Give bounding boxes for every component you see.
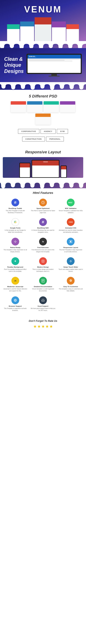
responsive-section: Responsive Layout VENUM <box>0 147 86 180</box>
feature-desc-modern: This is a clean design and modern techni… <box>31 268 55 272</box>
feature-name-modernizr: Modernizr Javascript <box>7 286 23 288</box>
star-2: ★ <box>37 324 41 329</box>
features-section: Html Features B BootStrap Toolkit This H… <box>0 188 86 317</box>
drip-svg-1 <box>0 41 86 48</box>
drip-divider-3 <box>0 180 86 188</box>
feature-desc-docs: Venum template is a well organized docum… <box>31 288 55 292</box>
monitor-stand <box>51 74 57 76</box>
feature-icon-parallax: ✦ <box>11 257 19 265</box>
drip-divider-1 <box>0 41 86 48</box>
feature-name-docs: Detailed Documentation <box>34 286 52 288</box>
feature-item-speed: Speed Optimized This Html is Speed Optim… <box>30 198 56 215</box>
psd-card-personal <box>35 114 51 125</box>
stars-row: ★ ★ ★ ★ ★ <box>3 324 83 329</box>
btn-corporative[interactable]: CORPORATIVE <box>18 129 39 134</box>
mockup-1 <box>7 24 20 41</box>
psd-card-corporative <box>11 101 26 112</box>
feature-icon-font-awesome: fa <box>39 238 47 246</box>
svg-point-1 <box>15 241 16 242</box>
feature-desc-support: We have good support team to help you fo… <box>31 308 55 312</box>
tag-buttons-row-2: CONSTRUCTION PERSONAL <box>3 135 83 143</box>
desktop-screen: VENUM <box>32 160 59 177</box>
feature-name-parallax: Parallax Background <box>7 266 23 268</box>
drip-svg-2 <box>0 82 86 90</box>
feature-icon-speed <box>39 198 47 206</box>
feature-item-modernizr: JS Modernizr Javascript Javascript is us… <box>2 276 28 293</box>
clean-unique-section: Clean & Unique Designs JOHN DO... <box>0 48 86 82</box>
feature-desc-browser: This Template is supportd on all web bro… <box>3 308 28 312</box>
star-4: ★ <box>45 324 49 329</box>
footer-title: Don't Forget To Rate Us <box>3 320 83 322</box>
feature-desc-font-awesome: Font Awesome Icons are used in this eleg… <box>31 249 55 253</box>
btn-agency[interactable]: AGENCY <box>40 129 56 134</box>
device-desktop: VENUM <box>32 160 59 178</box>
site-title: VENUM <box>3 4 83 14</box>
feature-item-easy: ⚙ Easy To Customize This template is eas… <box>58 276 84 293</box>
monitor-frame: JOHN DO... <box>26 54 82 74</box>
feature-name-animated-css: Animated CSS <box>65 227 76 229</box>
feature-item-bootstrap: B BootStrap Toolkit This Html Template i… <box>2 198 28 215</box>
feature-name-swipe: Swipe Touch Slider <box>64 266 78 268</box>
feature-item-browser: Browser Support This Template is support… <box>2 295 28 312</box>
feature-desc-w3c: Venum Template is validated from W3c val… <box>58 210 83 214</box>
device-tablet <box>19 163 30 178</box>
tablet-screen <box>20 163 30 177</box>
feature-desc-modernizr: Javascript is used for feature detection… <box>3 288 28 292</box>
feature-icon-modern <box>39 257 47 265</box>
monitor-screen: JOHN DO... <box>28 55 81 73</box>
feature-icon-retina <box>11 238 19 246</box>
feature-icon-google-fonts: G <box>11 218 19 226</box>
feature-item-bootstrap-nav: B BootStrap NAV In Venum Bootstrap Nav a… <box>30 217 56 234</box>
monitor-mockup: JOHN DO... <box>26 54 82 76</box>
feature-icon-bootstrap-nav: B <box>39 218 47 226</box>
btn-personal[interactable]: PERSONAL <box>46 136 64 142</box>
feature-name-bootstrap-nav: BootStrap NAV <box>37 227 49 229</box>
feature-desc-bootstrap-nav: In Venum Bootstrap Nav are used for navi… <box>31 229 55 233</box>
feature-item-google-fonts: G Google Fonts In this template we use G… <box>2 217 28 234</box>
feature-name-easy: Easy To Customize <box>64 286 78 288</box>
responsive-devices: VENUM <box>3 157 83 178</box>
feature-name-w3c: W3C Validation <box>65 208 77 209</box>
feature-icon-swipe <box>67 257 75 265</box>
mockup-3 <box>35 17 51 41</box>
btn-gym[interactable]: GYM <box>57 129 68 134</box>
feature-item-w3c: W3C✓ W3C Validation Venum Template is va… <box>58 198 84 215</box>
feature-desc-swipe: Touch and swipe enabled slider used in V… <box>58 268 83 272</box>
mockup-4 <box>52 22 66 41</box>
feature-name-support: Good Support <box>38 305 48 307</box>
psd-card-gym <box>44 101 59 112</box>
feature-name-bootstrap: BootStrap Toolkit <box>9 208 22 209</box>
feature-desc-parallax: Pure Css parallax background effect used… <box>3 268 28 272</box>
feature-icon-easy: ⚙ <box>67 277 75 285</box>
feature-icon-animated-css: CSS3 <box>67 218 75 226</box>
feature-name-browser: Browser Support <box>9 305 22 307</box>
mockup-5 <box>66 24 79 41</box>
feature-desc-bootstrap: This Html Template is built with Bootstr… <box>3 210 28 214</box>
feature-name-modern: Modern Design <box>37 266 49 268</box>
features-title: Html Features <box>2 191 84 195</box>
clean-text: Clean & Unique Designs <box>4 56 24 74</box>
feature-desc-responsive-layout: This html Template is fully responsive o… <box>58 249 83 253</box>
feature-icon-docs <box>39 277 47 285</box>
feature-item-swipe: Swipe Touch Slider Touch and swipe enabl… <box>58 256 84 274</box>
psd-mockups <box>3 101 83 125</box>
feature-item-responsive-layout: Responsive Layout This html Template is … <box>58 236 84 254</box>
feature-item-font-awesome: fa Font Awesome Font Awesome Icons are u… <box>30 236 56 254</box>
feature-name-retina: Ratina Ready <box>10 247 20 248</box>
feature-item-modern: Modern Design This is a clean design and… <box>30 256 56 274</box>
tag-buttons-row: CORPORATIVE AGENCY GYM <box>3 128 83 135</box>
feature-item-support: Good Support We have good support team t… <box>30 295 56 312</box>
feature-name-google-fonts: Google Fonts <box>10 227 20 229</box>
psd-card-construction <box>60 101 75 112</box>
feature-item-retina: Ratina Ready This template is fully resp… <box>2 236 28 254</box>
feature-desc-retina: This template is fully responsive on all… <box>3 249 28 253</box>
features-grid: B BootStrap Toolkit This Html Template i… <box>2 198 84 312</box>
btn-construction[interactable]: CONSTRUCTION <box>22 136 45 142</box>
monitor-content: JOHN DO... <box>28 55 81 73</box>
psd-section: 5 Different PSD CORPORATIVE AGENCY GYM C… <box>0 90 86 147</box>
feature-item-animated-css: CSS3 Animated CSS Animated css used for … <box>58 217 84 234</box>
monitor-base <box>49 76 60 76</box>
feature-name-font-awesome: Font Awesome <box>37 247 49 248</box>
feature-desc-easy: This template is easy to customize and f… <box>58 288 83 292</box>
feature-desc-speed: This Html is Speed Optimized for faster … <box>31 210 55 214</box>
